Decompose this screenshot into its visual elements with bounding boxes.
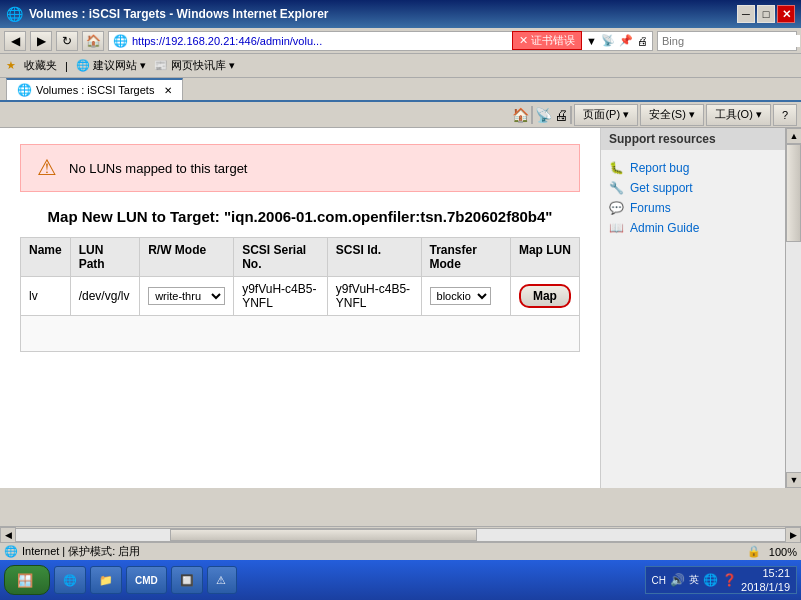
news-item[interactable]: 📰 网页快讯库 ▾ bbox=[154, 58, 235, 73]
taskbar-cmd-app[interactable]: CMD bbox=[126, 566, 167, 594]
admin-guide-label: Admin Guide bbox=[630, 221, 699, 235]
rss-toolbar-icon[interactable]: 📡 bbox=[535, 107, 552, 123]
systray-ch: CH bbox=[652, 575, 666, 586]
active-tab[interactable]: 🌐 Volumes : iSCSI Targets ✕ bbox=[6, 78, 183, 100]
scroll-down-button[interactable]: ▼ bbox=[786, 472, 801, 488]
taskbar-clock[interactable]: 15:21 2018/1/19 bbox=[741, 566, 790, 595]
close-button[interactable]: ✕ bbox=[777, 5, 795, 23]
tools-menu-button[interactable]: 工具(O) ▾ bbox=[706, 104, 771, 126]
maximize-button[interactable]: □ bbox=[757, 5, 775, 23]
refresh-button[interactable]: ↻ bbox=[56, 31, 78, 51]
taskbar-warning-app[interactable]: ⚠ bbox=[207, 566, 237, 594]
support-item-get-support[interactable]: 🔧 Get support bbox=[609, 178, 777, 198]
favorites-star-icon: ★ bbox=[6, 59, 16, 72]
right-sidebar: Support resources 🐛 Report bug 🔧 Get sup… bbox=[600, 128, 785, 488]
support-item-admin-guide[interactable]: 📖 Admin Guide bbox=[609, 218, 777, 238]
support-item-forums[interactable]: 💬 Forums bbox=[609, 198, 777, 218]
news-icon: 📰 bbox=[154, 59, 168, 72]
window-title: Volumes : iSCSI Targets - Windows Intern… bbox=[29, 7, 329, 21]
map-button[interactable]: Map bbox=[519, 284, 571, 308]
tab-label: Volumes : iSCSI Targets bbox=[36, 84, 154, 96]
cell-lun-path: /dev/vg/lv bbox=[70, 277, 139, 316]
col-lun-path: LUN Path bbox=[70, 238, 139, 277]
cell-name: lv bbox=[21, 277, 71, 316]
toolbar-divider1 bbox=[531, 106, 533, 124]
page-menu-button[interactable]: 页面(P) ▾ bbox=[574, 104, 638, 126]
printer-icon: 🖨 bbox=[637, 35, 648, 47]
bug-icon: 🐛 bbox=[609, 161, 624, 175]
home-toolbar-icon[interactable]: 🏠 bbox=[512, 107, 529, 123]
map-btn-container: Map bbox=[519, 284, 571, 308]
address-field[interactable]: 🌐 https://192.168.20.21:446/admin/volu..… bbox=[108, 31, 653, 51]
url-text: https://192.168.20.21:446/admin/volu... bbox=[132, 35, 508, 47]
admin-guide-icon: 📖 bbox=[609, 221, 624, 235]
back-button[interactable]: ◀ bbox=[4, 31, 26, 51]
vertical-scrollbar: ▲ ▼ bbox=[785, 128, 801, 488]
safe-menu-button[interactable]: 安全(S) ▾ bbox=[640, 104, 704, 126]
taskbar-browser-icon: 🌐 bbox=[63, 574, 77, 587]
support-item-report-bug[interactable]: 🐛 Report bug bbox=[609, 158, 777, 178]
systray: CH 🔊 英 🌐 ❓ 15:21 2018/1/19 bbox=[645, 566, 797, 594]
forums-icon: 💬 bbox=[609, 201, 624, 215]
map-lun-title-text: Map New LUN to Target: "iqn.2006-01.com.… bbox=[48, 208, 553, 225]
support-icon: 🔧 bbox=[609, 181, 624, 195]
scroll-left-button[interactable]: ◀ bbox=[0, 527, 16, 543]
globe-icon: 🌐 bbox=[76, 59, 90, 72]
padlock-icon: 🔒 bbox=[747, 545, 761, 558]
search-input[interactable] bbox=[662, 35, 800, 47]
scroll-right-button[interactable]: ▶ bbox=[785, 527, 801, 543]
minimize-button[interactable]: ─ bbox=[737, 5, 755, 23]
taskbar-browser-app[interactable]: 🌐 bbox=[54, 566, 86, 594]
col-map-lun: Map LUN bbox=[510, 238, 579, 277]
empty-row bbox=[21, 316, 580, 352]
systray-help-icon[interactable]: ❓ bbox=[722, 573, 737, 587]
h-scroll-track bbox=[16, 528, 785, 542]
zoom-level[interactable]: 100% bbox=[769, 546, 797, 558]
status-bar: 🌐 Internet | 保护模式: 启用 🔒 100% bbox=[0, 542, 801, 560]
systray-network-icon[interactable]: 🌐 bbox=[703, 573, 718, 587]
table-row: lv /dev/vg/lv write-thru write-back read… bbox=[21, 277, 580, 316]
taskbar-folder-icon: 📁 bbox=[99, 574, 113, 587]
cell-map-lun: Map bbox=[510, 277, 579, 316]
tab-icon: 🌐 bbox=[17, 83, 32, 97]
taskbar-box-app[interactable]: 🔲 bbox=[171, 566, 203, 594]
col-transfer-mode: Transfer Mode bbox=[421, 238, 510, 277]
clock-time: 15:21 bbox=[741, 566, 790, 580]
zone-icon: 🌐 bbox=[4, 545, 18, 558]
cert-error-label: 证书错误 bbox=[531, 33, 575, 48]
cell-scsi-serial: y9fVuH-c4B5-YNFL bbox=[234, 277, 328, 316]
start-button[interactable]: 🪟 bbox=[4, 565, 50, 595]
favorites-bar: ★ 收藏夹 | 🌐 建议网站 ▾ 📰 网页快讯库 ▾ bbox=[0, 54, 801, 78]
favorites-label[interactable]: 收藏夹 bbox=[24, 58, 57, 73]
forums-label: Forums bbox=[630, 201, 671, 215]
help-button[interactable]: ? bbox=[773, 104, 797, 126]
scroll-up-button[interactable]: ▲ bbox=[786, 128, 801, 144]
address-bar: ◀ ▶ ↻ 🏠 🌐 https://192.168.20.21:446/admi… bbox=[0, 28, 801, 54]
col-name: Name bbox=[21, 238, 71, 277]
suggested-sites-item[interactable]: 🌐 建议网站 ▾ bbox=[76, 58, 146, 73]
transfer-mode-select[interactable]: blockio fileio bbox=[430, 287, 491, 305]
empty-cell bbox=[21, 316, 580, 352]
title-bar: 🌐 Volumes : iSCSI Targets - Windows Inte… bbox=[0, 0, 801, 28]
print-toolbar-icon[interactable]: 🖨 bbox=[554, 107, 568, 123]
suggested-sites-label: 建议网站 ▾ bbox=[93, 58, 146, 73]
tab-bar: 🌐 Volumes : iSCSI Targets ✕ bbox=[0, 78, 801, 102]
tab-close-icon[interactable]: ✕ bbox=[164, 85, 172, 96]
taskbar: 🪟 🌐 📁 CMD 🔲 ⚠ CH 🔊 英 🌐 ❓ 15:21 2018/1/19 bbox=[0, 560, 801, 600]
scroll-thumb[interactable] bbox=[786, 144, 801, 242]
pin-icon: 📌 bbox=[619, 34, 633, 47]
news-label: 网页快讯库 ▾ bbox=[171, 58, 235, 73]
home-button[interactable]: 🏠 bbox=[82, 31, 104, 51]
h-scroll-thumb[interactable] bbox=[170, 529, 478, 541]
systray-volume-icon[interactable]: 🔊 bbox=[670, 573, 685, 587]
cert-error-x: ✕ bbox=[519, 34, 528, 47]
search-box[interactable]: 🔍 ▼ bbox=[657, 31, 797, 51]
toolbar-divider2 bbox=[570, 106, 572, 124]
systray-lang-icon[interactable]: 英 bbox=[689, 573, 699, 587]
forward-button[interactable]: ▶ bbox=[30, 31, 52, 51]
taskbar-explorer-app[interactable]: 📁 bbox=[90, 566, 122, 594]
separator1: | bbox=[65, 60, 68, 72]
taskbar-box-icon: 🔲 bbox=[180, 574, 194, 587]
cert-error-badge[interactable]: ✕ 证书错误 bbox=[512, 31, 582, 50]
rw-mode-select[interactable]: write-thru write-back read-only bbox=[148, 287, 225, 305]
